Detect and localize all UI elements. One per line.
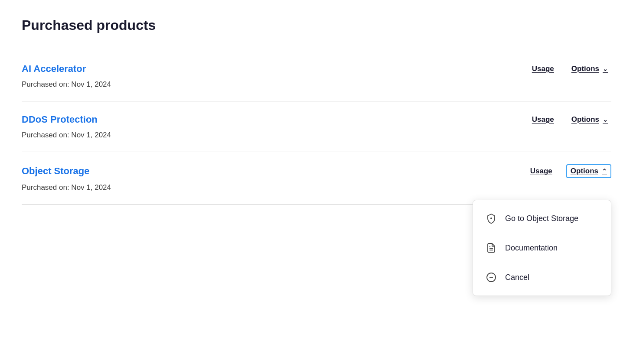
product-name-ddos-protection[interactable]: DDoS Protection: [22, 114, 98, 125]
product-header: AI Accelerator Usage Options ⌄: [22, 63, 611, 75]
dropdown-item-label-cancel: Cancel: [505, 273, 529, 282]
product-item-ai-accelerator: AI Accelerator Usage Options ⌄ Purchased…: [22, 51, 611, 101]
chevron-down-icon: ⌄: [603, 65, 608, 72]
dropdown-item-documentation[interactable]: Documentation: [473, 233, 611, 263]
product-actions-ai-accelerator: Usage Options ⌄: [532, 63, 611, 75]
options-button-ddos-protection[interactable]: Options ⌄: [568, 114, 611, 126]
dropdown-item-label-go-to-object-storage: Go to Object Storage: [505, 214, 578, 223]
product-actions-ddos: Usage Options ⌄: [532, 114, 611, 126]
purchase-date-ddos-protection: Purchased on: Nov 1, 2024: [22, 131, 611, 140]
product-header-ddos: DDoS Protection Usage Options ⌄: [22, 114, 611, 126]
options-dropdown-object-storage: Go to Object Storage Documentation: [473, 200, 611, 296]
product-list: AI Accelerator Usage Options ⌄ Purchased…: [22, 51, 611, 205]
page-title: Purchased products: [22, 17, 611, 33]
chevron-down-icon: ⌄: [603, 116, 608, 123]
product-name-object-storage[interactable]: Object Storage: [22, 166, 89, 177]
document-icon: [485, 242, 497, 254]
minus-circle-icon: [485, 271, 497, 283]
dropdown-item-label-documentation: Documentation: [505, 244, 558, 253]
product-item-ddos-protection: DDoS Protection Usage Options ⌄ Purchase…: [22, 101, 611, 152]
svg-point-0: [490, 218, 492, 219]
options-button-object-storage[interactable]: Options ⌃: [566, 164, 611, 178]
product-item-object-storage: Object Storage Usage Options ⌃ Purchased…: [22, 152, 611, 205]
usage-button-ddos-protection[interactable]: Usage: [532, 114, 554, 126]
product-header-object-storage: Object Storage Usage Options ⌃: [22, 164, 611, 178]
purchase-date-ai-accelerator: Purchased on: Nov 1, 2024: [22, 80, 611, 89]
dropdown-item-cancel[interactable]: Cancel: [473, 263, 611, 292]
purchase-date-object-storage: Purchased on: Nov 1, 2024: [22, 183, 611, 192]
usage-button-object-storage[interactable]: Usage: [530, 165, 552, 177]
usage-button-ai-accelerator[interactable]: Usage: [532, 63, 554, 75]
dropdown-item-go-to-object-storage[interactable]: Go to Object Storage: [473, 204, 611, 233]
product-name-ai-accelerator[interactable]: AI Accelerator: [22, 63, 86, 75]
shield-icon: [485, 212, 497, 224]
product-actions-object-storage: Usage Options ⌃: [530, 164, 611, 178]
options-button-ai-accelerator[interactable]: Options ⌄: [568, 63, 611, 75]
chevron-up-icon: ⌃: [602, 168, 607, 175]
